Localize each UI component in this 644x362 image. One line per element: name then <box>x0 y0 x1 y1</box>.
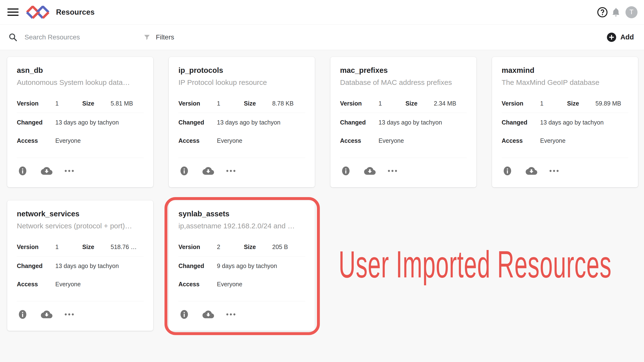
more-options-icon[interactable] <box>64 166 74 176</box>
resource-card-grid: asn_db Autonomous System lookup data… Ve… <box>0 50 644 331</box>
resource-description: IP Protocol lookup resource <box>178 78 305 87</box>
size-value: 2.34 MB <box>434 100 456 107</box>
access-label: Access <box>340 137 378 144</box>
resource-name: synlab_assets <box>178 209 305 219</box>
access-label: Access <box>178 281 217 288</box>
filter-funnel-icon <box>143 34 150 41</box>
size-value: 205 B <box>272 243 288 251</box>
cloud-download-icon[interactable] <box>41 166 52 176</box>
access-value: Everyone <box>55 281 81 288</box>
info-icon[interactable] <box>18 166 28 176</box>
size-value: 59.89 MB <box>596 100 621 107</box>
version-label: Version <box>178 243 217 251</box>
resource-card: network_services Network services (proto… <box>7 200 153 331</box>
access-value: Everyone <box>55 137 81 144</box>
interlocked-diamonds-logo <box>26 6 49 19</box>
more-options-icon[interactable] <box>549 166 559 176</box>
divider <box>340 113 467 113</box>
version-label: Version <box>17 100 55 107</box>
info-icon[interactable] <box>180 166 189 176</box>
access-label: Access <box>502 137 540 144</box>
notifications-bell-icon[interactable] <box>609 5 622 19</box>
access-value: Everyone <box>540 137 566 144</box>
divider <box>17 256 144 257</box>
more-options-icon[interactable] <box>64 310 74 319</box>
help-circle-icon[interactable] <box>596 5 609 19</box>
resource-description: Database of MAC address prefixes <box>340 78 467 87</box>
changed-label: Changed <box>178 119 217 126</box>
access-label: Access <box>178 137 217 144</box>
resource-description: ip,assetname 192.168.2.0/24 and … <box>178 221 305 231</box>
search-magnifier-icon <box>8 32 18 42</box>
resource-description: The MaxMind GeoIP database <box>502 78 628 87</box>
changed-label: Changed <box>17 119 55 126</box>
size-label: Size <box>567 100 596 107</box>
changed-value: 13 days ago by tachyon <box>217 119 280 126</box>
changed-value: 13 days ago by tachyon <box>540 119 604 126</box>
more-options-icon[interactable] <box>387 166 398 176</box>
resource-card: ip_protocols IP Protocol lookup resource… <box>169 57 315 187</box>
resource-name: asn_db <box>17 66 144 75</box>
resource-description: Network services (protocol + port)… <box>17 221 144 231</box>
access-value: Everyone <box>378 137 404 144</box>
version-label: Version <box>178 100 217 107</box>
changed-label: Changed <box>17 262 55 270</box>
filters-label: Filters <box>156 33 174 41</box>
size-value: 8.78 KB <box>272 100 294 107</box>
info-icon[interactable] <box>502 166 512 176</box>
plus-circle-icon <box>606 32 616 42</box>
info-icon[interactable] <box>341 166 350 176</box>
changed-value: 13 days ago by tachyon <box>55 119 119 126</box>
more-options-icon[interactable] <box>226 166 236 176</box>
avatar-initial: T <box>630 8 634 16</box>
changed-value: 13 days ago by tachyon <box>55 262 119 270</box>
resource-name: ip_protocols <box>178 66 305 75</box>
user-avatar[interactable]: T <box>626 6 638 18</box>
search-input[interactable] <box>24 33 128 41</box>
divider <box>17 301 144 302</box>
divider <box>178 158 305 158</box>
divider <box>178 113 305 113</box>
cloud-download-icon[interactable] <box>526 166 537 176</box>
add-label: Add <box>620 33 634 41</box>
cloud-download-icon[interactable] <box>202 310 214 319</box>
access-value: Everyone <box>217 281 242 288</box>
cloud-download-icon[interactable] <box>41 310 52 319</box>
size-label: Size <box>82 100 110 107</box>
more-options-icon[interactable] <box>226 310 236 319</box>
version-value: 1 <box>217 100 244 107</box>
add-button[interactable]: Add <box>604 30 636 44</box>
divider <box>340 158 467 158</box>
divider <box>17 158 144 158</box>
version-label: Version <box>340 100 378 107</box>
info-icon[interactable] <box>180 310 189 319</box>
resources-page: Resources T <box>0 0 644 362</box>
access-label: Access <box>17 281 55 288</box>
size-label: Size <box>82 243 110 251</box>
version-value: 2 <box>217 243 244 251</box>
page-title: Resources <box>56 8 94 16</box>
resource-name: maxmind <box>502 66 628 75</box>
version-label: Version <box>502 100 540 107</box>
info-icon[interactable] <box>18 310 28 319</box>
size-label: Size <box>244 243 272 251</box>
changed-label: Changed <box>178 262 217 270</box>
version-value: 1 <box>55 100 82 107</box>
resource-card: mac_prefixes Database of MAC address pre… <box>330 57 476 187</box>
cloud-download-icon[interactable] <box>202 166 214 176</box>
menu-icon[interactable] <box>6 5 20 19</box>
version-value: 1 <box>55 243 82 251</box>
access-value: Everyone <box>217 137 242 144</box>
filters-button[interactable]: Filters <box>141 31 176 43</box>
changed-label: Changed <box>502 119 540 126</box>
resource-description: Autonomous System lookup data… <box>17 78 144 87</box>
size-label: Size <box>244 100 272 107</box>
divider <box>17 113 144 113</box>
cloud-download-icon[interactable] <box>364 166 376 176</box>
changed-value: 9 days ago by tachyon <box>217 262 277 270</box>
resource-name: network_services <box>17 209 144 219</box>
access-label: Access <box>17 137 55 144</box>
resource-card: synlab_assets ip,assetname 192.168.2.0/2… <box>169 200 315 331</box>
version-label: Version <box>17 243 55 251</box>
divider <box>178 256 305 257</box>
